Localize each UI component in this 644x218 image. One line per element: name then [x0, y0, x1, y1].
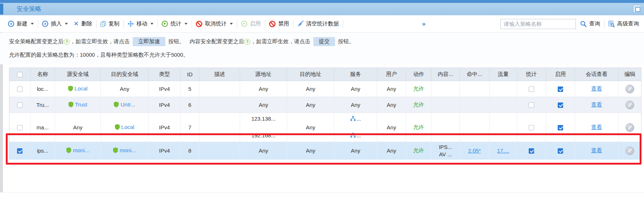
enable-checkbox[interactable] — [558, 148, 563, 154]
src-addr: Any — [240, 142, 287, 160]
delete-button[interactable]: ✕ 删除 — [74, 20, 92, 28]
column-header-enable[interactable]: 启用 — [546, 68, 575, 81]
shield-icon — [68, 86, 73, 91]
column-header-src-addr[interactable]: 源地址 — [240, 68, 287, 81]
session-view-link[interactable]: 查看 — [591, 85, 602, 92]
row-checkbox[interactable] — [17, 148, 22, 154]
policy-type: IPv4 — [149, 97, 181, 113]
content-list: IPS... AV ... — [432, 142, 460, 160]
cancel-stats-button[interactable]: 取消统计 — [196, 20, 233, 27]
dst-addr: Any — [287, 81, 334, 97]
column-header-dst-zone[interactable]: 目的安全域 — [101, 68, 149, 81]
select-all-checkbox[interactable] — [17, 72, 22, 77]
policy-type: IPv4 — [149, 113, 181, 142]
toolbar-overflow-chevron[interactable]: » — [422, 20, 425, 28]
edit-button[interactable] — [626, 85, 634, 93]
policy-id: 6 — [181, 97, 199, 113]
service-group-icon — [350, 116, 356, 121]
edit-button[interactable] — [626, 101, 634, 109]
insert-button[interactable]: + 插入 — [42, 20, 68, 27]
traffic-link[interactable]: 17.... — [497, 148, 509, 154]
dst-zone: Any — [101, 81, 149, 97]
column-header-service[interactable]: 服务 — [334, 68, 377, 81]
src-zone-link[interactable]: Local — [68, 85, 88, 92]
help-icon[interactable] — [64, 39, 70, 45]
stats-checkbox[interactable] — [529, 148, 534, 154]
clear-stats-button[interactable]: 清空统计数据 — [297, 20, 339, 27]
copy-button[interactable]: 复制 — [100, 20, 119, 27]
stats-button[interactable]: 统计 — [162, 20, 187, 27]
user: Any — [377, 97, 406, 113]
user: Any — [377, 142, 406, 160]
advanced-query-button[interactable]: 高级查询 — [608, 20, 639, 27]
session-view-link[interactable]: 查看 — [591, 124, 602, 130]
policy-description — [199, 142, 240, 160]
column-header-user[interactable]: 用户 — [377, 68, 406, 81]
accelerate-button[interactable]: 立即加速 — [133, 37, 165, 46]
action-allow: 允许 — [406, 97, 432, 113]
dst-zone-link[interactable]: moni... — [113, 147, 136, 153]
action-allow: 允许 — [406, 81, 432, 97]
stats-checkbox[interactable] — [529, 102, 534, 108]
edit-button[interactable] — [626, 146, 634, 155]
enable-checkbox[interactable] — [558, 125, 563, 130]
move-button[interactable]: 移动 — [128, 20, 153, 27]
dst-zone-link[interactable]: Local — [115, 124, 135, 130]
column-header-session-view[interactable]: 会话查看 — [575, 68, 619, 81]
dst-addr: Any — [287, 113, 334, 142]
action-allow: 允许 — [406, 113, 432, 142]
user: Any — [377, 81, 406, 97]
policy-description — [199, 81, 240, 97]
dst-addr: Any — [287, 142, 334, 160]
policy-type: IPv4 — [149, 142, 181, 160]
column-header-hits[interactable]: 命中... — [460, 68, 490, 81]
titlebar-corner-button[interactable] — [633, 5, 641, 13]
query-button[interactable]: 查询 — [580, 20, 600, 27]
column-header-description[interactable]: 描述 — [199, 68, 240, 81]
column-header-edit[interactable]: 编辑 — [619, 68, 641, 81]
column-header-action[interactable]: 动作 — [406, 68, 432, 81]
help-icon[interactable] — [244, 39, 250, 45]
pencil-icon — [628, 149, 632, 153]
session-view-link[interactable]: 查看 — [591, 147, 602, 153]
policy-id: 5 — [181, 81, 199, 97]
column-header-name[interactable]: 名称 — [30, 68, 55, 81]
edit-button[interactable] — [626, 123, 634, 132]
column-header-id[interactable]: ID — [181, 68, 199, 81]
stats-checkbox[interactable] — [529, 86, 534, 92]
policy-id: 7 — [181, 113, 199, 142]
column-header-content[interactable]: 内容... — [432, 68, 460, 81]
content-item: AV ... — [432, 151, 459, 158]
enable-checkbox[interactable] — [558, 102, 563, 108]
stats-checkbox[interactable] — [529, 125, 534, 130]
dst-zone-link[interactable]: Untr... — [114, 101, 135, 108]
pencil-icon — [628, 125, 632, 130]
traffic — [490, 97, 517, 113]
column-header-traffic[interactable]: 流量 — [490, 68, 517, 81]
enable-checkbox[interactable] — [558, 86, 563, 92]
src-addr: Any — [240, 97, 287, 113]
pencil-icon — [628, 103, 632, 107]
disable-button[interactable]: 禁用 — [269, 20, 289, 27]
src-zone-link[interactable]: Trust — [69, 101, 87, 108]
new-button[interactable]: + 新建 — [8, 20, 34, 27]
notice-line-1: 安全策略配置变更之后，如需立即生效，请点击立即加速按钮。内容安全配置变更之后，如… — [0, 37, 644, 46]
column-header-type[interactable]: 类型 — [149, 68, 181, 81]
hits-link[interactable]: 2.05* — [468, 148, 481, 154]
prohibit-icon — [269, 21, 276, 27]
copy-icon — [100, 21, 106, 27]
row-checkbox[interactable] — [17, 125, 22, 130]
row-checkbox[interactable] — [17, 102, 22, 108]
content — [432, 113, 460, 142]
row-checkbox[interactable] — [17, 86, 22, 92]
shield-icon — [115, 124, 120, 130]
column-header-src-zone[interactable]: 源安全域 — [55, 68, 101, 81]
enable-button[interactable]: 启用 — [241, 20, 261, 27]
column-header-dst-addr[interactable]: 目的地址 — [287, 68, 334, 81]
column-header-stats[interactable]: 统计 — [517, 68, 546, 81]
submit-button[interactable]: 提交 — [313, 37, 335, 46]
policy-name-search-input[interactable] — [500, 19, 576, 29]
src-zone-link[interactable]: moni... — [66, 147, 89, 153]
session-view-link[interactable]: 查看 — [591, 101, 602, 108]
src-zone: Any — [55, 113, 101, 142]
